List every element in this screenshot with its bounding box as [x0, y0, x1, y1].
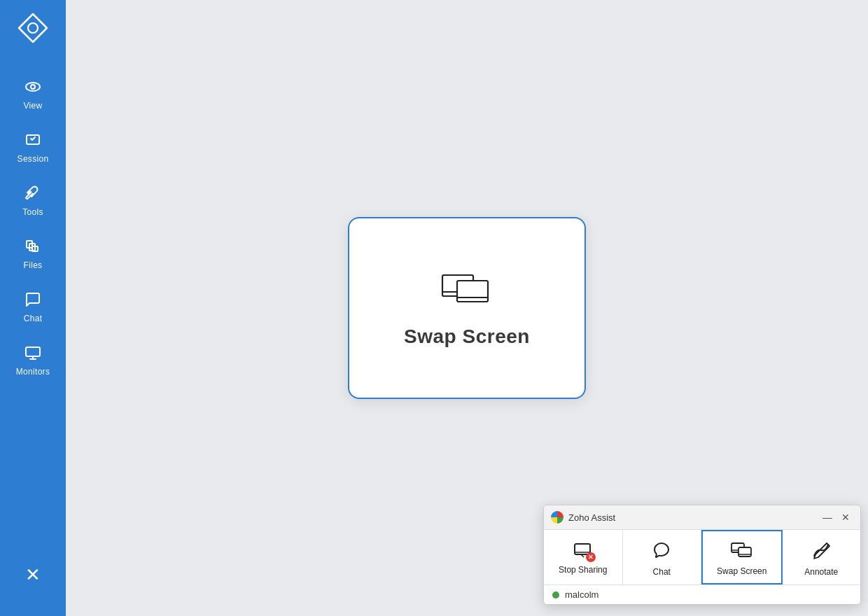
sidebar-item-chat-label: Chat [24, 314, 43, 323]
svg-rect-8 [26, 347, 40, 356]
zoho-toolbar: Zoho Assist — ✕ [543, 505, 861, 605]
toolbar-title: Zoho Assist [568, 512, 615, 523]
stop-sharing-button[interactable]: ✕ Stop Sharing [544, 530, 623, 584]
toolbar-swap-icon [731, 541, 753, 562]
sidebar-item-files-label: Files [24, 260, 43, 270]
view-icon [24, 78, 41, 98]
tools-icon [24, 185, 41, 204]
sidebar-item-tools[interactable]: Tools [5, 176, 61, 225]
sidebar-item-session-label: Session [18, 154, 49, 164]
zoho-logo [551, 511, 564, 524]
sidebar-item-view[interactable]: View [5, 70, 61, 119]
user-name: malcolm [565, 589, 598, 600]
stop-x-mark: ✕ [586, 552, 596, 562]
sidebar-item-tools-label: Tools [22, 207, 43, 217]
toolbar-footer: malcolm [544, 584, 860, 604]
toolbar-swap-screen-label: Swap Screen [717, 566, 766, 576]
sidebar-item-chat[interactable]: Chat [5, 283, 61, 332]
svg-rect-20 [738, 547, 751, 556]
zoho-toolbar-header: Zoho Assist — ✕ [544, 505, 860, 530]
swap-screen-card[interactable]: Swap Screen [348, 217, 586, 399]
stop-sharing-icon: ✕ [573, 542, 593, 561]
sidebar: View Session Tools Files [0, 0, 66, 616]
user-status-dot [552, 592, 559, 598]
annotate-icon [811, 540, 831, 563]
toolbar-swap-screen-button[interactable]: Swap Screen [701, 530, 783, 584]
toolbar-header-buttons: — ✕ [820, 510, 853, 525]
stop-sharing-label: Stop Sharing [559, 565, 607, 575]
svg-point-3 [31, 85, 35, 89]
sidebar-item-files[interactable]: Files [5, 230, 61, 279]
minimize-button[interactable]: — [820, 510, 835, 525]
sidebar-item-session[interactable]: Session [5, 123, 61, 172]
main-area: Swap Screen Zoho Assist — ✕ [66, 0, 868, 616]
toolbar-chat-icon [652, 540, 671, 563]
svg-rect-12 [457, 281, 488, 302]
files-icon [24, 238, 41, 258]
session-icon [24, 132, 41, 151]
swap-screen-card-icon [439, 268, 495, 313]
svg-point-1 [28, 23, 38, 33]
svg-point-2 [26, 83, 40, 91]
swap-screen-label: Swap Screen [404, 326, 530, 348]
sidebar-item-view-label: View [24, 101, 43, 111]
sidebar-item-monitors[interactable]: Monitors [5, 336, 61, 385]
annotate-button[interactable]: Annotate [783, 530, 861, 584]
close-icon: ✕ [25, 566, 41, 584]
close-button[interactable]: ✕ [5, 557, 61, 595]
toolbar-title-area: Zoho Assist [551, 511, 615, 524]
sidebar-item-monitors-label: Monitors [16, 367, 50, 377]
monitors-icon [24, 344, 41, 364]
toolbar-close-button[interactable]: ✕ [838, 510, 853, 525]
chat-icon [24, 291, 41, 311]
toolbar-chat-label: Chat [653, 567, 671, 577]
svg-marker-0 [19, 14, 47, 42]
toolbar-chat-button[interactable]: Chat [623, 530, 702, 584]
annotate-label: Annotate [804, 567, 838, 577]
toolbar-buttons-row: ✕ Stop Sharing Chat [544, 530, 860, 584]
app-logo [12, 7, 54, 49]
